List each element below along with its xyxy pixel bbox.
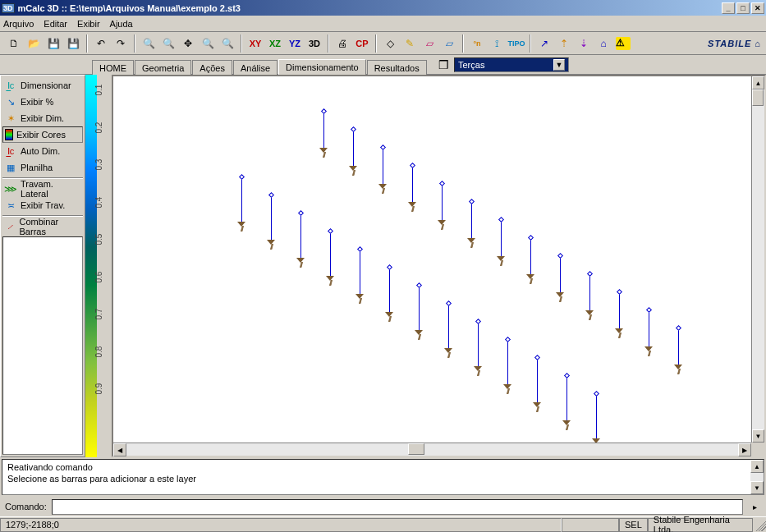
eraser-icon[interactable]: ◇ bbox=[381, 34, 399, 53]
view-xz-button[interactable]: XZ bbox=[266, 34, 284, 53]
ruler-icon[interactable]: ⟟ bbox=[488, 34, 506, 53]
sidebar-exibir-cores[interactable]: Exibir Cores bbox=[2, 126, 83, 143]
sidebar-exibir-dim[interactable]: ✶ Exibir Dim. bbox=[2, 110, 83, 126]
bar-element[interactable]: //// bbox=[384, 265, 394, 322]
bar-element[interactable]: //// bbox=[673, 326, 683, 374]
bar-element[interactable]: //// bbox=[236, 175, 246, 232]
tab-geometria[interactable]: Geometria bbox=[135, 60, 191, 75]
bar-element[interactable]: //// bbox=[355, 247, 365, 304]
sidebar-exibir-trav[interactable]: ≍ Exibir Trav. bbox=[2, 197, 83, 213]
bar-element[interactable]: //// bbox=[502, 337, 512, 394]
tab-resultados[interactable]: Resultados bbox=[367, 60, 427, 75]
bar-element[interactable]: //// bbox=[585, 272, 594, 320]
bar-element[interactable]: //// bbox=[437, 181, 447, 230]
view-xy-button[interactable]: XY bbox=[246, 34, 264, 53]
undo-icon[interactable]: ↶ bbox=[92, 34, 110, 53]
menu-help[interactable]: Ajuda bbox=[110, 19, 133, 29]
axis-icon[interactable]: ↗ bbox=[535, 34, 553, 53]
bar-element[interactable]: //// bbox=[614, 290, 624, 338]
sidebar-travam-lateral[interactable]: ⋙ Travam. Lateral bbox=[2, 181, 83, 197]
sidebar-dimensionar[interactable]: I̲c Dimensionar bbox=[2, 77, 83, 94]
bar-element[interactable]: //// bbox=[496, 218, 506, 266]
zoom-out-icon[interactable]: 🔍 bbox=[140, 34, 158, 53]
bar-element[interactable]: //// bbox=[644, 308, 654, 356]
bar-element[interactable]: //// bbox=[525, 236, 535, 284]
tipo-button[interactable]: TIPO bbox=[507, 34, 525, 53]
save-as-icon[interactable]: 💾 bbox=[64, 34, 82, 53]
bar-element[interactable]: //// bbox=[591, 392, 601, 443]
resize-grip-icon[interactable] bbox=[753, 518, 766, 531]
layer-dropdown[interactable]: Terças ▼ bbox=[454, 57, 569, 72]
zoom-in-icon[interactable]: 🔍 bbox=[199, 34, 217, 53]
horizontal-scrollbar[interactable]: ◀ ▶ bbox=[113, 443, 751, 456]
tab-home[interactable]: HOME bbox=[92, 60, 134, 75]
select-icon[interactable]: ▱ bbox=[420, 34, 438, 53]
scroll-up-icon[interactable]: ▲ bbox=[752, 76, 764, 89]
log-scrollbar[interactable]: ▲ ▼ bbox=[750, 460, 764, 494]
maximize-button[interactable]: □ bbox=[736, 2, 750, 14]
combine-bars-icon: ⟋ bbox=[4, 220, 16, 233]
arrow-up-icon[interactable]: ⇡ bbox=[555, 34, 573, 53]
canvas[interactable]: ////////////////////////////////////////… bbox=[113, 76, 751, 443]
vertical-scrollbar[interactable]: ▲ ▼ bbox=[751, 76, 764, 443]
sidebar-auto-dim[interactable]: I̲c Auto Dim. bbox=[2, 143, 83, 159]
view-3d-button[interactable]: 3D bbox=[305, 34, 323, 53]
view-yz-button[interactable]: YZ bbox=[286, 34, 304, 53]
bar-element[interactable]: //// bbox=[266, 193, 276, 250]
bar-element[interactable]: //// bbox=[473, 319, 483, 376]
tab-analise[interactable]: Análise bbox=[233, 60, 278, 75]
sidebar-combinar-barras[interactable]: ⟋ Combinar Barras bbox=[2, 218, 83, 235]
zoom-fit-icon[interactable]: 🔍 bbox=[218, 34, 236, 53]
menu-file[interactable]: Arquivo bbox=[3, 19, 34, 29]
bar-element[interactable]: //// bbox=[532, 355, 542, 412]
close-button[interactable]: ✕ bbox=[751, 2, 764, 14]
pan-icon[interactable]: ✥ bbox=[179, 34, 197, 53]
arrow-down-icon[interactable]: ⇣ bbox=[575, 34, 593, 53]
menu-edit[interactable]: Editar bbox=[44, 19, 67, 29]
bar-element[interactable]: //// bbox=[348, 127, 358, 176]
scroll-down-icon[interactable]: ▼ bbox=[750, 481, 764, 494]
scroll-left-icon[interactable]: ◀ bbox=[113, 443, 126, 456]
bar-element[interactable]: //// bbox=[466, 200, 476, 248]
scroll-thumb[interactable] bbox=[752, 89, 764, 106]
tabs-row: HOME Geometria Ações Análise Dimensionam… bbox=[0, 55, 766, 75]
main-toolbar: 🗋 📂 💾 💾 ↶ ↷ 🔍 🔍 ✥ 🔍 🔍 XY XZ YZ 3D 🖨 CP ◇… bbox=[0, 32, 766, 55]
sidebar-planilha[interactable]: ▦ Planilha bbox=[2, 159, 83, 176]
new-file-icon[interactable]: 🗋 bbox=[5, 34, 23, 53]
bar-element[interactable]: //// bbox=[555, 254, 565, 302]
zoom-window-icon[interactable]: 🔍 bbox=[159, 34, 177, 53]
degrees-n-button[interactable]: °n bbox=[468, 34, 486, 53]
deselect-icon[interactable]: ▱ bbox=[440, 34, 458, 53]
scroll-right-icon[interactable]: ▶ bbox=[738, 443, 751, 456]
scroll-track[interactable] bbox=[750, 473, 764, 481]
bar-element[interactable]: //// bbox=[562, 374, 571, 430]
cp-button[interactable]: CP bbox=[353, 34, 371, 53]
tab-dimensionamento[interactable]: Dimensionamento bbox=[278, 59, 366, 75]
minimize-button[interactable]: _ bbox=[722, 2, 735, 14]
scroll-down-icon[interactable]: ▼ bbox=[752, 429, 764, 443]
pencil-icon[interactable]: ✎ bbox=[401, 34, 419, 53]
bar-element[interactable]: //// bbox=[296, 211, 305, 268]
home-icon[interactable]: ⌂ bbox=[594, 34, 612, 53]
scroll-track[interactable] bbox=[752, 89, 764, 429]
scroll-track[interactable] bbox=[126, 443, 738, 456]
redo-icon[interactable]: ↷ bbox=[112, 34, 130, 53]
save-icon[interactable]: 💾 bbox=[44, 34, 62, 53]
warning-icon[interactable]: ⚠ bbox=[614, 34, 632, 53]
print-icon[interactable]: 🖨 bbox=[333, 34, 351, 53]
execute-icon[interactable]: ▸ bbox=[748, 500, 761, 513]
menu-view[interactable]: Exibir bbox=[77, 19, 100, 29]
bar-element[interactable]: //// bbox=[325, 229, 335, 286]
tab-acoes[interactable]: Ações bbox=[192, 60, 232, 75]
bar-element[interactable]: //// bbox=[414, 283, 424, 340]
colors-icon bbox=[5, 129, 13, 140]
scroll-up-icon[interactable]: ▲ bbox=[750, 460, 764, 473]
bar-element[interactable]: //// bbox=[407, 163, 417, 212]
scroll-thumb[interactable] bbox=[408, 443, 424, 455]
bar-element[interactable]: //// bbox=[443, 301, 453, 358]
command-input[interactable] bbox=[52, 499, 743, 515]
bar-element[interactable]: //// bbox=[319, 109, 328, 158]
sidebar-exibir-pct[interactable]: ↘ Exibir % bbox=[2, 94, 83, 110]
bar-element[interactable]: //// bbox=[378, 145, 388, 194]
open-file-icon[interactable]: 📂 bbox=[25, 34, 43, 53]
